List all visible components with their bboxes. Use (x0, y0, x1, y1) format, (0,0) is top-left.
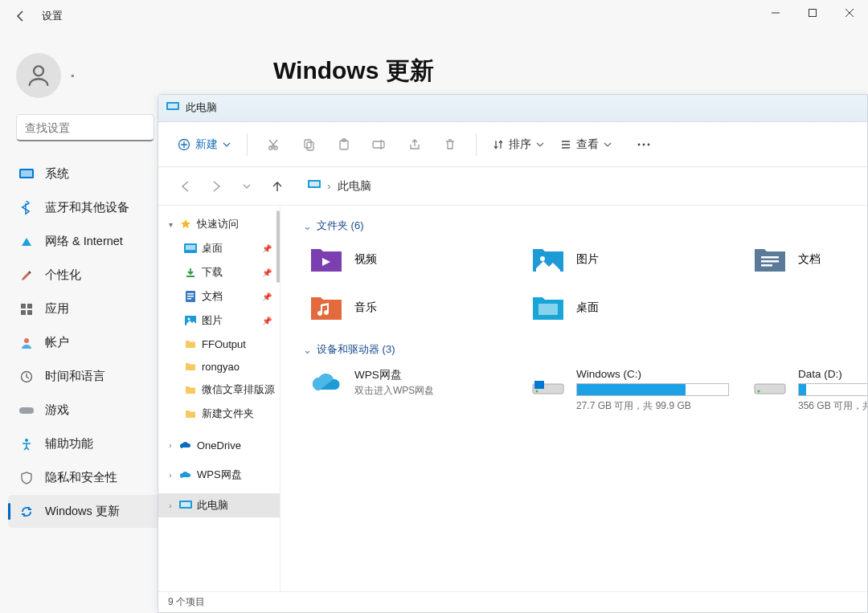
tree-quick-access[interactable]: ▾ 快速访问 (158, 212, 280, 236)
nav-up-button[interactable] (263, 173, 292, 200)
nav-personalize[interactable]: 个性化 (8, 259, 161, 292)
copy-button[interactable] (293, 130, 325, 159)
svg-rect-35 (187, 298, 191, 300)
folder-documents[interactable]: 文档 (747, 241, 867, 278)
svg-rect-6 (27, 304, 32, 309)
nav-accessibility[interactable]: 辅助功能 (8, 427, 161, 460)
breadcrumb-separator: › (327, 180, 331, 192)
explorer-titlebar[interactable]: 此电脑 (158, 95, 867, 122)
caret-right-icon: › (166, 501, 174, 510)
nav-windows-update[interactable]: Windows 更新 (8, 495, 161, 528)
svg-rect-4 (21, 170, 32, 177)
nav-accounts[interactable]: 帐户 (8, 326, 161, 359)
device-wps[interactable]: WPS网盘 双击进入WPS网盘 (303, 365, 520, 416)
tree-label: 文档 (202, 289, 223, 304)
tree-wps[interactable]: ›WPS网盘 (158, 463, 280, 487)
settings-titlebar: 设置 (0, 0, 868, 32)
this-pc-icon (179, 499, 192, 512)
tree-item-folder[interactable]: rongyao (158, 355, 280, 378)
scrollbar[interactable] (276, 206, 280, 591)
svg-rect-1 (809, 10, 817, 17)
drive-capacity-bar (798, 383, 867, 396)
caret-down-icon: ⌄ (303, 344, 312, 356)
tree-item-pictures[interactable]: 图片📌 (158, 309, 280, 333)
devices-group-header[interactable]: ⌄ 设备和驱动器 (3) (303, 342, 867, 357)
address-bar[interactable]: › 此电脑 (300, 179, 379, 194)
folders-group-header[interactable]: ⌄ 文件夹 (6) (303, 219, 867, 233)
device-drive-d[interactable]: Data (D:) 356 GB 可用，共 (747, 365, 867, 416)
svg-point-37 (188, 318, 190, 321)
nav-recent-dropdown[interactable] (232, 173, 261, 200)
tree-item-folder[interactable]: 微信文章排版源 (158, 378, 280, 402)
tree-label: 微信文章排版源 (202, 382, 275, 397)
trash-icon (444, 138, 457, 151)
breadcrumb-root[interactable]: 此电脑 (338, 179, 371, 194)
sort-button[interactable]: 排序 (486, 133, 551, 157)
view-icon (560, 139, 571, 150)
device-drive-c[interactable]: Windows (C:) 27.7 GB 可用，共 99.9 GB (525, 365, 742, 416)
nav-network[interactable]: 网络 & Internet (8, 225, 161, 258)
folder-desktop[interactable]: 桌面 (525, 289, 742, 326)
nav-forward-button[interactable] (202, 173, 231, 200)
nav-label: 蓝牙和其他设备 (45, 200, 129, 215)
scrollbar-thumb[interactable] (276, 210, 280, 283)
tree-onedrive[interactable]: ›OneDrive (158, 434, 280, 456)
nav-bluetooth[interactable]: 蓝牙和其他设备 (8, 191, 161, 224)
nav-gaming[interactable]: 游戏 (8, 394, 161, 427)
search-input[interactable] (16, 114, 154, 141)
explorer-sidebar: ▾ 快速访问 桌面📌 下载📌 文档📌 图片📌 FFOutput rongyao … (158, 206, 280, 591)
group-label: 文件夹 (6) (317, 219, 364, 233)
nav-label: 网络 & Internet (45, 234, 123, 249)
tree-item-folder[interactable]: 新建文件夹 (158, 402, 280, 426)
tree-item-documents[interactable]: 文档📌 (158, 284, 280, 309)
folder-pictures[interactable]: 图片 (525, 241, 742, 278)
folder-videos[interactable]: 视频 (303, 241, 520, 278)
nav-privacy[interactable]: 隐私和安全性 (8, 461, 161, 494)
more-button[interactable] (628, 130, 660, 159)
desktop-folder-icon (531, 292, 565, 323)
drive-info: 356 GB 可用，共 (798, 399, 867, 413)
svg-rect-5 (21, 304, 26, 309)
back-button[interactable] (8, 3, 34, 29)
paste-button[interactable] (328, 130, 360, 159)
wps-cloud-icon (179, 468, 192, 481)
svg-point-27 (648, 143, 650, 145)
share-button[interactable] (399, 130, 431, 159)
delete-button[interactable] (434, 130, 466, 159)
sort-label: 排序 (509, 137, 531, 152)
close-button[interactable] (831, 0, 868, 26)
explorer-main: ▾ 快速访问 桌面📌 下载📌 文档📌 图片📌 FFOutput rongyao … (158, 206, 867, 591)
tree-item-downloads[interactable]: 下载📌 (158, 260, 280, 284)
minimize-button[interactable] (757, 0, 794, 26)
caret-right-icon: › (166, 471, 174, 480)
maximize-button[interactable] (794, 0, 831, 26)
svg-rect-44 (761, 264, 772, 267)
explorer-toolbar: 新建 排序 查看 (158, 122, 867, 167)
nav-apps[interactable]: 应用 (8, 292, 161, 325)
view-button[interactable]: 查看 (554, 133, 618, 157)
nav-label: 时间和语言 (45, 369, 105, 384)
folder-icon (184, 360, 197, 373)
tree-item-desktop[interactable]: 桌面📌 (158, 236, 280, 260)
svg-rect-45 (538, 304, 558, 315)
tree-item-folder[interactable]: FFOutput (158, 333, 280, 355)
svg-rect-43 (761, 260, 779, 263)
folder-music[interactable]: 音乐 (303, 289, 520, 326)
nav-time[interactable]: 时间和语言 (8, 360, 161, 393)
explorer-title: 此电脑 (186, 101, 217, 115)
cut-button[interactable] (257, 130, 289, 159)
svg-rect-18 (305, 140, 311, 148)
nav-back-button[interactable] (171, 173, 200, 200)
chevron-down-icon (536, 141, 544, 149)
arrow-left-icon (179, 180, 192, 193)
rename-button[interactable] (363, 130, 395, 159)
new-button[interactable]: 新建 (171, 133, 237, 157)
nav-system[interactable]: 系统 (8, 157, 161, 190)
tree-this-pc[interactable]: ›此电脑 (158, 493, 280, 517)
nav-label: 应用 (45, 301, 69, 317)
pin-icon: 📌 (262, 268, 272, 277)
tree-label: 图片 (202, 313, 223, 328)
rename-icon (372, 139, 387, 150)
plus-circle-icon (178, 138, 190, 151)
new-label: 新建 (195, 137, 218, 152)
